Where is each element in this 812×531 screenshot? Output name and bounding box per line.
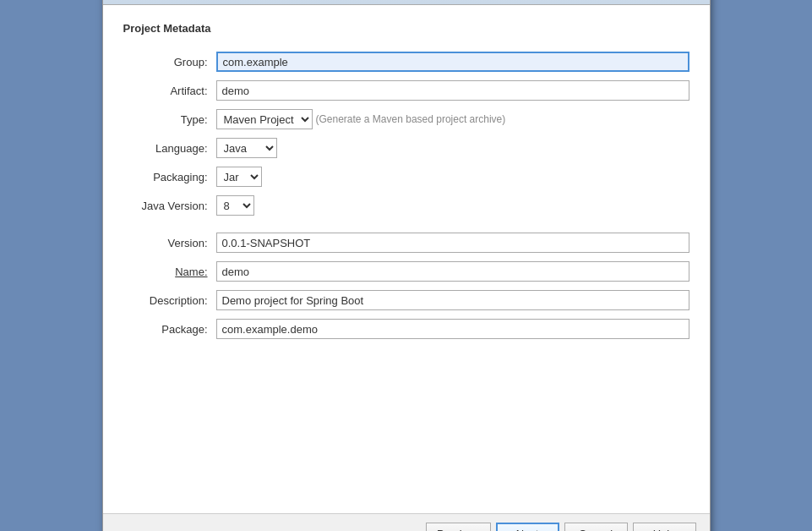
version-row: Version: (123, 233, 689, 253)
group-row: Group: (123, 52, 689, 72)
packaging-select[interactable]: Jar War (216, 167, 262, 187)
package-label: Package: (123, 323, 216, 336)
group-input[interactable] (216, 52, 689, 72)
artifact-input[interactable] (216, 80, 689, 101)
artifact-label: Artifact: (123, 85, 216, 97)
name-label: Name: (123, 266, 216, 278)
artifact-row: Artifact: (123, 80, 689, 101)
package-input[interactable] (216, 319, 689, 339)
java-version-row: Java Version: 8 11 17 (123, 195, 689, 216)
packaging-label: Packaging: (123, 171, 216, 183)
language-select[interactable]: Java Kotlin Groovy (216, 138, 277, 158)
java-version-label: Java Version: (123, 200, 216, 212)
language-label: Language: (123, 142, 216, 155)
description-row: Description: (123, 290, 689, 310)
package-row: Package: (123, 319, 689, 339)
section-title: Project Metadata (123, 22, 689, 38)
group-label: Group: (123, 56, 216, 68)
next-button[interactable]: Next (496, 523, 559, 531)
name-input[interactable] (216, 261, 689, 282)
type-row: Type: Maven Project Gradle Project (Gene… (123, 109, 689, 129)
previous-button[interactable]: Previous (426, 523, 491, 531)
main-content: Project Metadata Group: Artifact: Type: … (103, 5, 710, 361)
description-label: Description: (123, 294, 216, 307)
footer: Previous Next Cancel Help (103, 513, 710, 531)
java-version-select[interactable]: 8 11 17 (216, 195, 254, 216)
name-row: Name: (123, 261, 689, 282)
version-input[interactable] (216, 233, 689, 253)
language-row: Language: Java Kotlin Groovy (123, 138, 689, 158)
version-label: Version: (123, 237, 216, 249)
type-description: (Generate a Maven based project archive) (316, 113, 506, 125)
packaging-row: Packaging: Jar War (123, 167, 689, 187)
description-input[interactable] (216, 290, 689, 310)
type-select[interactable]: Maven Project Gradle Project (216, 109, 313, 129)
cancel-button[interactable]: Cancel (564, 523, 628, 531)
type-select-wrapper: Maven Project Gradle Project (Generate a… (216, 109, 689, 129)
type-label: Type: (123, 113, 216, 126)
help-button[interactable]: Help (633, 523, 696, 531)
dialog-window: N New Project ✕ Project Metadata Group: … (102, 0, 711, 531)
empty-area (103, 361, 710, 513)
